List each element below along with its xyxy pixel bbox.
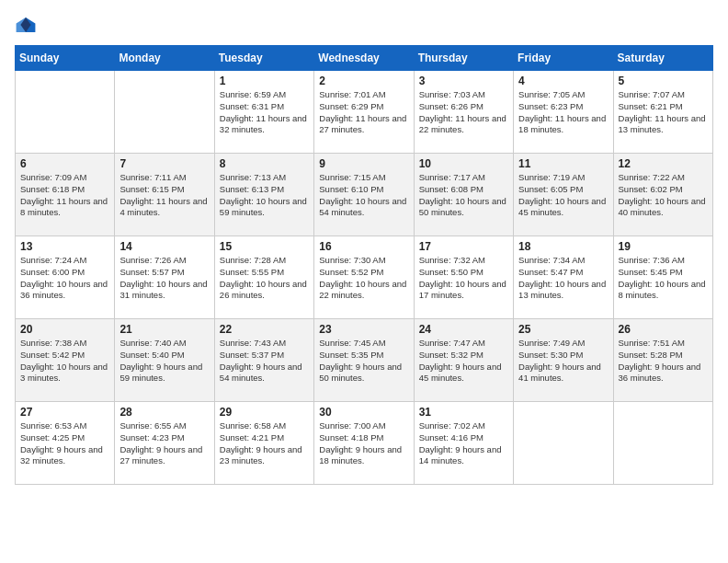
day-number: 27 <box>20 406 109 419</box>
cell-info: Sunrise: 7:22 AM Sunset: 6:02 PM Dayligh… <box>619 172 708 219</box>
cell-info: Sunrise: 7:24 AM Sunset: 6:00 PM Dayligh… <box>20 255 109 302</box>
cell-info: Sunrise: 7:49 AM Sunset: 5:30 PM Dayligh… <box>518 338 608 385</box>
calendar-cell: 23Sunrise: 7:45 AM Sunset: 5:35 PM Dayli… <box>314 319 414 402</box>
day-number: 9 <box>319 157 408 170</box>
calendar-cell: 12Sunrise: 7:22 AM Sunset: 6:02 PM Dayli… <box>613 154 712 236</box>
cell-info: Sunrise: 7:09 AM Sunset: 6:18 PM Dayligh… <box>20 172 109 219</box>
day-number: 12 <box>619 157 708 170</box>
calendar-cell: 15Sunrise: 7:28 AM Sunset: 5:55 PM Dayli… <box>214 236 313 319</box>
day-number: 17 <box>419 240 508 253</box>
day-number: 20 <box>20 323 109 336</box>
calendar-cell: 9Sunrise: 7:15 AM Sunset: 6:10 PM Daylig… <box>314 154 414 236</box>
weekday-header-saturday: Saturday <box>613 46 712 71</box>
cell-info: Sunrise: 7:32 AM Sunset: 5:50 PM Dayligh… <box>419 255 508 302</box>
weekday-header-thursday: Thursday <box>414 46 513 71</box>
calendar-cell: 28Sunrise: 6:55 AM Sunset: 4:23 PM Dayli… <box>115 402 214 485</box>
day-number: 21 <box>119 323 209 336</box>
calendar-cell: 7Sunrise: 7:11 AM Sunset: 6:15 PM Daylig… <box>115 154 214 236</box>
day-number: 3 <box>419 75 508 87</box>
logo-icon <box>15 16 37 34</box>
cell-info: Sunrise: 7:45 AM Sunset: 5:35 PM Dayligh… <box>319 338 408 385</box>
cell-info: Sunrise: 7:11 AM Sunset: 6:15 PM Dayligh… <box>119 172 209 219</box>
calendar-cell: 2Sunrise: 7:01 AM Sunset: 6:29 PM Daylig… <box>314 71 414 154</box>
logo <box>15 15 40 34</box>
calendar-cell: 1Sunrise: 6:59 AM Sunset: 6:31 PM Daylig… <box>214 71 313 154</box>
day-number: 8 <box>220 157 309 170</box>
calendar-cell: 26Sunrise: 7:51 AM Sunset: 5:28 PM Dayli… <box>613 319 712 402</box>
day-number: 7 <box>119 157 209 170</box>
cell-info: Sunrise: 7:19 AM Sunset: 6:05 PM Dayligh… <box>518 172 608 219</box>
calendar-table: SundayMondayTuesdayWednesdayThursdayFrid… <box>15 45 713 485</box>
cell-info: Sunrise: 7:01 AM Sunset: 6:29 PM Dayligh… <box>319 89 408 136</box>
weekday-header-row: SundayMondayTuesdayWednesdayThursdayFrid… <box>16 46 713 71</box>
calendar-week-row: 13Sunrise: 7:24 AM Sunset: 6:00 PM Dayli… <box>16 236 713 319</box>
day-number: 13 <box>20 240 109 253</box>
day-number: 5 <box>619 75 708 87</box>
day-number: 31 <box>419 406 508 419</box>
calendar-cell: 19Sunrise: 7:36 AM Sunset: 5:45 PM Dayli… <box>613 236 712 319</box>
day-number: 28 <box>119 406 209 419</box>
cell-info: Sunrise: 7:15 AM Sunset: 6:10 PM Dayligh… <box>319 172 408 219</box>
cell-info: Sunrise: 6:53 AM Sunset: 4:25 PM Dayligh… <box>20 420 109 467</box>
day-number: 15 <box>220 240 309 253</box>
cell-info: Sunrise: 7:38 AM Sunset: 5:42 PM Dayligh… <box>20 338 109 385</box>
cell-info: Sunrise: 6:58 AM Sunset: 4:21 PM Dayligh… <box>220 420 309 467</box>
calendar-cell: 30Sunrise: 7:00 AM Sunset: 4:18 PM Dayli… <box>314 402 414 485</box>
calendar-week-row: 6Sunrise: 7:09 AM Sunset: 6:18 PM Daylig… <box>16 154 713 236</box>
day-number: 16 <box>319 240 408 253</box>
cell-info: Sunrise: 7:43 AM Sunset: 5:37 PM Dayligh… <box>220 338 309 385</box>
day-number: 30 <box>319 406 408 419</box>
cell-info: Sunrise: 7:02 AM Sunset: 4:16 PM Dayligh… <box>419 420 508 467</box>
cell-info: Sunrise: 7:51 AM Sunset: 5:28 PM Dayligh… <box>619 338 708 385</box>
day-number: 26 <box>619 323 708 336</box>
day-number: 24 <box>419 323 508 336</box>
calendar-week-row: 27Sunrise: 6:53 AM Sunset: 4:25 PM Dayli… <box>16 402 713 485</box>
day-number: 18 <box>518 240 608 253</box>
calendar-cell: 8Sunrise: 7:13 AM Sunset: 6:13 PM Daylig… <box>214 154 313 236</box>
cell-info: Sunrise: 7:05 AM Sunset: 6:23 PM Dayligh… <box>518 89 608 136</box>
weekday-header-monday: Monday <box>115 46 214 71</box>
cell-info: Sunrise: 7:17 AM Sunset: 6:08 PM Dayligh… <box>419 172 508 219</box>
calendar-cell: 3Sunrise: 7:03 AM Sunset: 6:26 PM Daylig… <box>414 71 513 154</box>
calendar-cell: 13Sunrise: 7:24 AM Sunset: 6:00 PM Dayli… <box>16 236 115 319</box>
calendar-week-row: 1Sunrise: 6:59 AM Sunset: 6:31 PM Daylig… <box>16 71 713 154</box>
calendar-cell: 27Sunrise: 6:53 AM Sunset: 4:25 PM Dayli… <box>16 402 115 485</box>
cell-info: Sunrise: 7:34 AM Sunset: 5:47 PM Dayligh… <box>518 255 608 302</box>
day-number: 4 <box>518 75 608 87</box>
calendar-cell: 29Sunrise: 6:58 AM Sunset: 4:21 PM Dayli… <box>214 402 313 485</box>
day-number: 6 <box>20 157 109 170</box>
calendar-week-row: 20Sunrise: 7:38 AM Sunset: 5:42 PM Dayli… <box>16 319 713 402</box>
cell-info: Sunrise: 7:28 AM Sunset: 5:55 PM Dayligh… <box>220 255 309 302</box>
calendar-cell <box>115 71 214 154</box>
calendar-cell: 31Sunrise: 7:02 AM Sunset: 4:16 PM Dayli… <box>414 402 513 485</box>
calendar-cell: 11Sunrise: 7:19 AM Sunset: 6:05 PM Dayli… <box>514 154 613 236</box>
cell-info: Sunrise: 7:00 AM Sunset: 4:18 PM Dayligh… <box>319 420 408 467</box>
day-number: 1 <box>220 75 309 87</box>
calendar-cell <box>16 71 115 154</box>
day-number: 19 <box>619 240 708 253</box>
weekday-header-friday: Friday <box>514 46 613 71</box>
cell-info: Sunrise: 7:26 AM Sunset: 5:57 PM Dayligh… <box>119 255 209 302</box>
calendar-cell: 25Sunrise: 7:49 AM Sunset: 5:30 PM Dayli… <box>514 319 613 402</box>
calendar-cell <box>514 402 613 485</box>
calendar-cell: 18Sunrise: 7:34 AM Sunset: 5:47 PM Dayli… <box>514 236 613 319</box>
calendar-cell: 20Sunrise: 7:38 AM Sunset: 5:42 PM Dayli… <box>16 319 115 402</box>
page-header <box>15 15 713 34</box>
cell-info: Sunrise: 6:55 AM Sunset: 4:23 PM Dayligh… <box>119 420 209 467</box>
cell-info: Sunrise: 6:59 AM Sunset: 6:31 PM Dayligh… <box>220 89 309 136</box>
cell-info: Sunrise: 7:13 AM Sunset: 6:13 PM Dayligh… <box>220 172 309 219</box>
day-number: 25 <box>518 323 608 336</box>
calendar-cell: 17Sunrise: 7:32 AM Sunset: 5:50 PM Dayli… <box>414 236 513 319</box>
calendar-cell: 24Sunrise: 7:47 AM Sunset: 5:32 PM Dayli… <box>414 319 513 402</box>
day-number: 2 <box>319 75 408 87</box>
weekday-header-wednesday: Wednesday <box>314 46 414 71</box>
calendar-cell: 5Sunrise: 7:07 AM Sunset: 6:21 PM Daylig… <box>613 71 712 154</box>
cell-info: Sunrise: 7:30 AM Sunset: 5:52 PM Dayligh… <box>319 255 408 302</box>
day-number: 11 <box>518 157 608 170</box>
calendar-cell: 4Sunrise: 7:05 AM Sunset: 6:23 PM Daylig… <box>514 71 613 154</box>
weekday-header-sunday: Sunday <box>16 46 115 71</box>
cell-info: Sunrise: 7:36 AM Sunset: 5:45 PM Dayligh… <box>619 255 708 302</box>
day-number: 10 <box>419 157 508 170</box>
day-number: 14 <box>119 240 209 253</box>
day-number: 23 <box>319 323 408 336</box>
